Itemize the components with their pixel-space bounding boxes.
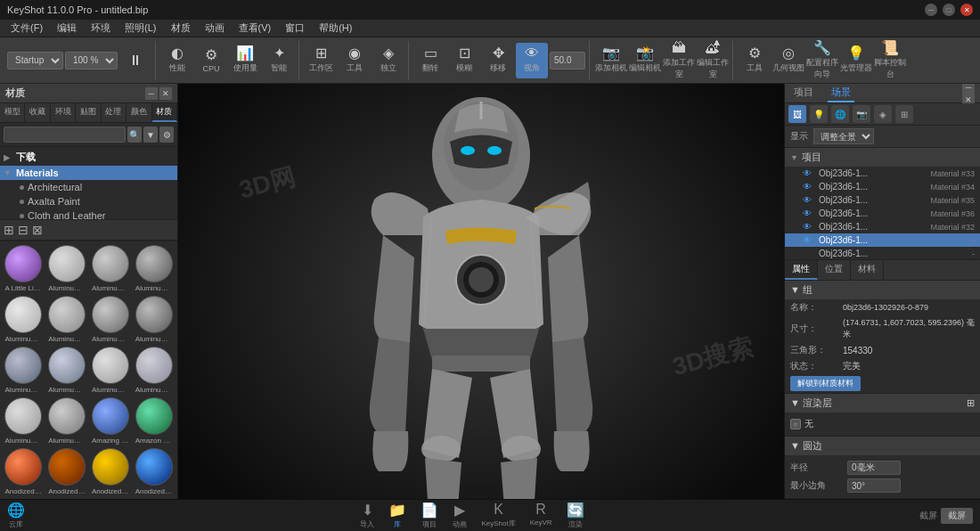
right-tab-project[interactable]: 项目 (790, 84, 817, 102)
material-thumb-amazon[interactable]: Amazon M... (134, 397, 174, 445)
material-thumb-lilac[interactable]: A Little Lila... (4, 245, 44, 292)
material-thumb-amazing[interactable]: Amazing G... (91, 397, 131, 445)
scene-item-1[interactable]: 👁 Obj23d6-1... Material #33 (785, 167, 980, 180)
configurator-button[interactable]: 🔧 配置程序向导 (806, 43, 838, 78)
tab-favorites[interactable]: 收藏 (25, 103, 50, 122)
usage-button[interactable]: 📊 使用量 (229, 43, 261, 78)
scene-item-2[interactable]: 👁 Obj23d6-1... Material #34 (785, 180, 980, 193)
material-thumb-alum7[interactable]: Aluminum ... (134, 296, 174, 343)
material-thumb-anod4[interactable]: Anodized ... (134, 448, 174, 495)
menu-view[interactable]: 查看(V) (232, 20, 279, 37)
prop-tab-position[interactable]: 位置 (818, 260, 851, 280)
menu-window[interactable]: 窗口 (278, 20, 312, 37)
menu-environment[interactable]: 环境 (84, 20, 118, 37)
tab-color[interactable]: 颜色 (127, 103, 151, 122)
tab-model[interactable]: 模型 (0, 103, 25, 122)
scene-item-6[interactable]: 👁 Obj23d6-1... - (785, 233, 980, 247)
right-icon-tab-scene[interactable]: ⊞ (895, 105, 913, 123)
material-thumb-alum2[interactable]: Aluminum ... (91, 245, 131, 292)
bottom-render-icon[interactable]: 🔄 渲染 (567, 502, 584, 529)
bottom-project-icon[interactable]: 📄 项目 (421, 502, 438, 529)
grid-medium-icon[interactable]: ⊟ (18, 223, 29, 237)
material-thumb-alum9[interactable]: Aluminum ... (47, 347, 87, 394)
value-input[interactable] (550, 52, 585, 69)
menu-file[interactable]: 文件(F) (4, 20, 50, 37)
show-select[interactable]: 调整全景 (813, 128, 874, 144)
tab-env[interactable]: 环境 (51, 103, 76, 122)
bottom-keyvr-icon[interactable]: R KeyVR (530, 502, 552, 529)
grid-small-icon[interactable]: ⊞ (4, 223, 14, 237)
menu-lighting[interactable]: 照明(L) (118, 20, 163, 37)
grid-large-icon[interactable]: ⊠ (32, 223, 43, 237)
scene-item-4[interactable]: 👁 Obj23d6-1... Material #36 (785, 207, 980, 220)
scene-item-5[interactable]: 👁 Obj23d6-1... Material #32 (785, 220, 980, 233)
right-tab-scene[interactable]: 场景 (828, 84, 854, 102)
add-camera-button[interactable]: 📷 添加相机 (595, 43, 627, 78)
tree-item-downloads[interactable]: ▶下载 (0, 149, 177, 166)
smart-button[interactable]: ✦ 智能 (263, 43, 295, 78)
tree-item-materials[interactable]: ▼Materials (0, 166, 177, 180)
standalone-button[interactable]: ◈ 独立 (372, 43, 404, 78)
settings-button[interactable]: ⚙ (159, 127, 174, 143)
object-group-header[interactable]: ▼ 组 (785, 281, 980, 299)
material-thumb-alum13[interactable]: Aluminum ... (47, 397, 87, 445)
edit-camera-button[interactable]: 📸 编辑相机 (629, 43, 661, 78)
tab-material[interactable]: 材质 (152, 103, 177, 122)
bottom-animation-icon[interactable]: ▶ 动画 (453, 502, 467, 529)
geometry-view-button[interactable]: ◎ 几何视图 (772, 43, 804, 78)
search-button[interactable]: 🔍 (127, 127, 142, 143)
cpu-button[interactable]: ⚙ CPU (195, 43, 227, 78)
minimize-button[interactable]: ─ (925, 4, 937, 16)
material-thumb-alum5[interactable]: Aluminum ... (47, 296, 87, 343)
close-button[interactable]: ✕ (960, 4, 973, 16)
panel-close-button[interactable]: ✕ (159, 87, 172, 100)
add-studio-button[interactable]: 🏔 添加工作室 (663, 43, 695, 78)
zoom-select[interactable]: 100 % (65, 52, 118, 69)
screenshot-button[interactable]: 截屏 (941, 508, 973, 524)
right-icon-tab-image[interactable]: 🖼 (788, 105, 806, 123)
script-console-button[interactable]: 📜 脚本控制台 (874, 43, 906, 78)
menu-animation[interactable]: 动画 (198, 20, 232, 37)
tools2-button[interactable]: ⚙ 工具 (739, 43, 771, 78)
unlock-material-button[interactable]: 解锁到材质材料 (790, 376, 861, 391)
right-icon-tab-environment[interactable]: 🌐 (831, 105, 849, 123)
material-thumb-alum4[interactable]: Aluminum ... (4, 296, 44, 343)
move-button[interactable]: ✥ 移移 (482, 43, 514, 78)
bottom-import-icon[interactable]: ⬇ 导入 (360, 502, 374, 529)
filter-button[interactable]: ▼ (143, 127, 158, 143)
material-thumb-alum3[interactable]: Aluminum ... (134, 245, 174, 292)
view-button[interactable]: 👁 视角 (516, 43, 548, 78)
right-icon-tab-lighting[interactable]: 💡 (810, 105, 828, 123)
scene-item-3[interactable]: 👁 Obj23d6-1... Material #35 (785, 193, 980, 207)
bottom-keyshotipr-icon[interactable]: K KeyShot库 (481, 502, 515, 529)
bevel-radius-input[interactable] (847, 461, 901, 475)
flip-button[interactable]: ▭ 翻转 (414, 43, 446, 78)
material-thumb-anod2[interactable]: Anodized ... (47, 448, 87, 495)
right-panel-pin-button[interactable]: ─ (962, 84, 975, 94)
material-thumb-anod3[interactable]: Anodized ... (91, 448, 131, 495)
light-manager-button[interactable]: 💡 光管理器 (840, 43, 872, 78)
viewport-canvas[interactable]: 3D网 3D搜索 (178, 84, 784, 499)
scene-item-7[interactable]: 👁 Obj23d6-1... - (785, 247, 980, 259)
menu-help[interactable]: 帮助(H) (312, 20, 359, 37)
workspace-button[interactable]: ⊞ 工作区 (305, 43, 337, 78)
tab-process[interactable]: 处理 (102, 103, 127, 122)
bottom-cloud-icon[interactable]: 🌐 云库 (7, 502, 25, 529)
material-thumb-alum12[interactable]: Aluminum ... (4, 397, 44, 445)
material-thumb-alum8[interactable]: Aluminum ... (4, 347, 44, 394)
performance-button[interactable]: ◐ 性能 (161, 43, 193, 78)
prop-tab-attributes[interactable]: 属性 (785, 260, 818, 280)
render-layer-add-icon[interactable]: ⊞ (967, 397, 975, 409)
pause-button[interactable]: ⏸ (119, 43, 151, 78)
material-thumb-alum11[interactable]: Aluminum ... (134, 347, 174, 394)
bevel-section-header[interactable]: ▼ 圆边 (785, 437, 980, 455)
bevel-min-angle-input[interactable] (847, 478, 901, 493)
material-thumb-alum10[interactable]: Aluminum ... (91, 347, 131, 394)
viewport[interactable]: 3D网 3D搜索 (178, 84, 784, 499)
search-input[interactable] (4, 127, 126, 143)
edit-studio-button[interactable]: 🏕 编辑工作室 (697, 43, 729, 78)
right-icon-tab-material[interactable]: ◈ (874, 105, 892, 123)
menu-edit[interactable]: 编辑 (50, 20, 84, 37)
prop-tab-material[interactable]: 材料 (851, 260, 884, 280)
menu-material[interactable]: 材质 (164, 20, 198, 37)
